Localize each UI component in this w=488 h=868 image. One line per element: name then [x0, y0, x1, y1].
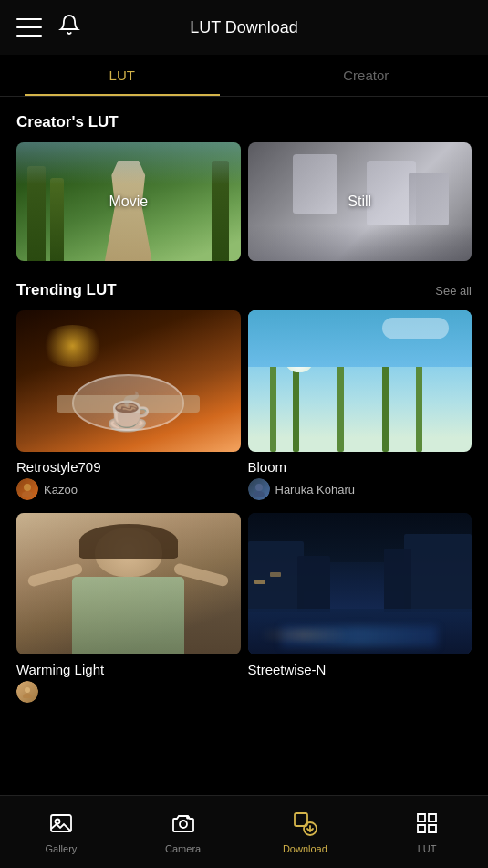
- bloom-author-row: Haruka Koharu: [248, 478, 472, 500]
- retrostyle-name: Retrostyle709: [16, 459, 241, 475]
- tabs-bar: LUT Creator: [0, 55, 488, 97]
- retrostyle-image: [16, 310, 241, 452]
- trending-card-warming[interactable]: Warming Light: [16, 513, 241, 708]
- header-left: [16, 14, 80, 41]
- bell-icon[interactable]: [58, 14, 80, 41]
- creators-lut-title: Creator's LUT: [0, 97, 488, 142]
- camera-label: Camera: [165, 843, 201, 854]
- trending-card-retrostyle[interactable]: Retrostyle709 Kazoo: [16, 310, 241, 506]
- trending-card-bloom[interactable]: Bloom Haruka Koharu: [248, 310, 472, 506]
- bloom-image: [248, 310, 472, 452]
- warming-author-row: [16, 681, 241, 703]
- see-all-button[interactable]: See all: [435, 284, 472, 298]
- svg-rect-9: [187, 817, 189, 819]
- svg-point-3: [254, 491, 265, 497]
- trending-header: Trending LUT See all: [0, 261, 488, 310]
- haruka-avatar: [248, 478, 270, 500]
- trending-card-streetwise[interactable]: Streetwise-N: [248, 513, 472, 708]
- tab-creator[interactable]: Creator: [244, 55, 489, 96]
- svg-point-5: [23, 694, 32, 699]
- gallery-label: Gallery: [45, 843, 77, 854]
- kazoo-avatar: [16, 478, 38, 500]
- nav-gallery[interactable]: Gallery: [0, 810, 122, 854]
- svg-point-8: [180, 821, 187, 828]
- retrostyle-author-row: Kazoo: [16, 478, 241, 500]
- gallery-icon: [48, 810, 74, 840]
- svg-point-1: [22, 491, 33, 497]
- trending-grid: Retrostyle709 Kazoo: [0, 310, 488, 708]
- haruka-name: Haruka Koharu: [275, 483, 355, 497]
- kazoo-name: Kazoo: [44, 483, 78, 497]
- still-label: Still: [348, 193, 371, 210]
- warming-name: Warming Light: [16, 662, 241, 677]
- lut-label: LUT: [418, 843, 437, 854]
- nav-camera[interactable]: Camera: [122, 810, 244, 854]
- nav-download[interactable]: Download: [244, 810, 367, 854]
- download-icon: [292, 810, 317, 840]
- warming-avatar: [16, 681, 38, 703]
- svg-point-2: [255, 484, 263, 491]
- main-content: Creator's LUT Movie: [0, 97, 488, 781]
- nav-lut[interactable]: LUT: [366, 810, 488, 854]
- streetwise-name: Streetwise-N: [248, 662, 472, 677]
- hamburger-icon[interactable]: [16, 18, 42, 37]
- header: LUT Download: [0, 0, 488, 55]
- trending-lut-title: Trending LUT: [16, 281, 117, 299]
- tab-lut[interactable]: LUT: [0, 55, 244, 96]
- svg-point-0: [24, 484, 31, 491]
- movie-label: Movie: [109, 193, 148, 210]
- bloom-name: Bloom: [248, 459, 472, 475]
- svg-point-7: [55, 819, 59, 823]
- lut-icon: [414, 810, 440, 840]
- camera-icon: [171, 810, 196, 840]
- creator-card-still[interactable]: Still: [248, 142, 472, 261]
- warming-image: [16, 513, 241, 654]
- creators-lut-grid: Movie Still: [0, 142, 488, 261]
- bell-svg: [58, 14, 80, 36]
- svg-point-4: [25, 687, 30, 693]
- bottom-nav: Gallery Camera Download: [0, 795, 488, 868]
- streetwise-image: [248, 513, 472, 654]
- creator-card-movie[interactable]: Movie: [16, 142, 241, 261]
- page-title: LUT Download: [190, 18, 298, 37]
- download-label: Download: [283, 843, 327, 854]
